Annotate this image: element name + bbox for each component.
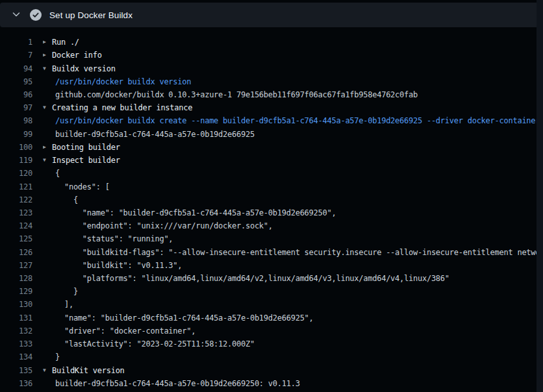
group-collapse-icon[interactable]: ▼	[43, 105, 52, 110]
log-text: Inspect builder	[52, 156, 120, 165]
log-line[interactable]: 97 ▼ Creating a new builder instance	[0, 101, 543, 114]
group-collapse-icon[interactable]: ▼	[43, 66, 52, 71]
log-container: 1 ▶ Run ./ 7 ▶ Docker info 94 ▼ Buildx v…	[0, 27, 543, 390]
log-text: BuildKit version	[52, 366, 125, 375]
line-number[interactable]: 98	[0, 116, 32, 125]
log-text: {	[55, 169, 60, 178]
line-number[interactable]: 95	[0, 77, 32, 86]
scrollbar-track[interactable]	[537, 0, 543, 392]
log-line: 127 "buildkit": "v0.11.3",	[0, 259, 543, 272]
collapse-step-button[interactable]	[8, 6, 25, 23]
log-line: 123 "name": "builder-d9cfb5a1-c764-445a-…	[0, 206, 543, 219]
log-line: 130 ],	[0, 298, 543, 311]
log-text: "status": "running",	[55, 234, 173, 243]
log-text: /usr/bin/docker buildx create --name bui…	[55, 116, 540, 125]
line-number[interactable]: 120	[0, 169, 32, 178]
log-line[interactable]: 1 ▶ Run ./	[0, 36, 543, 49]
log-text: "buildkitd-flags": "--allow-insecure-ent…	[55, 248, 543, 257]
log-text: Docker info	[52, 51, 102, 60]
log-text: "name": "builder-d9cfb5a1-c764-445a-a57e…	[55, 313, 314, 323]
log-text: Creating a new builder instance	[52, 103, 192, 112]
log-text: Buildx version	[52, 64, 116, 73]
line-number[interactable]: 99	[0, 130, 32, 139]
line-number[interactable]: 7	[0, 51, 32, 60]
log-line: 122 {	[0, 193, 543, 206]
log-text: ],	[55, 300, 73, 309]
line-number[interactable]: 96	[0, 90, 32, 99]
group-collapse-icon[interactable]: ▼	[43, 368, 52, 373]
log-line: 98 /usr/bin/docker buildx create --name …	[0, 114, 543, 127]
log-line: 125 "status": "running",	[0, 232, 543, 245]
log-text: Run ./	[52, 38, 79, 47]
step-header[interactable]: Set up Docker Buildx	[0, 3, 543, 27]
line-number[interactable]: 130	[0, 300, 32, 309]
line-number[interactable]: 136	[0, 379, 32, 388]
line-number[interactable]: 133	[0, 339, 32, 349]
line-number[interactable]: 131	[0, 313, 32, 323]
log-line: 124 "endpoint": "unix:///var/run/docker.…	[0, 219, 543, 232]
log-line: 96 github.com/docker/buildx 0.10.3+azure…	[0, 88, 543, 101]
log-line: 99 builder-d9cfb5a1-c764-445a-a57e-0b19d…	[0, 128, 543, 141]
log-line: 132 "driver": "docker-container",	[0, 325, 543, 337]
log-text: "nodes": [	[55, 182, 110, 191]
line-number[interactable]: 100	[0, 143, 32, 152]
group-collapse-icon[interactable]: ▼	[43, 158, 52, 163]
log-line[interactable]: 100 ▶ Booting builder	[0, 141, 543, 154]
line-number[interactable]: 127	[0, 261, 32, 270]
log-text: {	[55, 195, 78, 204]
log-text: "driver": "docker-container",	[55, 326, 196, 336]
line-number[interactable]: 94	[0, 64, 32, 73]
step-title: Set up Docker Buildx	[49, 10, 133, 20]
log-text: builder-d9cfb5a1-c764-445a-a57e-0b19d2e6…	[55, 379, 300, 388]
log-text: "platforms": "linux/amd64,linux/amd64/v2…	[55, 274, 449, 283]
log-text: }	[55, 287, 78, 296]
log-line: 126 "buildkitd-flags": "--allow-insecure…	[0, 246, 543, 259]
group-expand-icon[interactable]: ▶	[43, 53, 52, 58]
line-number[interactable]: 119	[0, 156, 32, 165]
log-line[interactable]: 7 ▶ Docker info	[0, 49, 543, 62]
log-line[interactable]: 135 ▼ BuildKit version	[0, 363, 543, 376]
log-text: "endpoint": "unix:///var/run/docker.sock…	[55, 221, 273, 230]
line-number[interactable]: 121	[0, 182, 32, 191]
log-text: Booting builder	[52, 143, 120, 152]
group-expand-icon[interactable]: ▶	[43, 145, 52, 150]
log-line[interactable]: 94 ▼ Buildx version	[0, 62, 543, 75]
step-success-check-icon	[30, 9, 42, 21]
log-text: /usr/bin/docker buildx version	[55, 77, 191, 86]
log-line: 95 /usr/bin/docker buildx version	[0, 75, 543, 88]
log-line: 134 }	[0, 350, 543, 363]
group-expand-icon[interactable]: ▶	[43, 40, 52, 45]
line-number[interactable]: 122	[0, 195, 32, 204]
log-line: 121 "nodes": [	[0, 180, 543, 193]
log-text: builder-d9cfb5a1-c764-445a-a57e-0b19d2e6…	[55, 130, 255, 139]
line-number[interactable]: 125	[0, 234, 32, 243]
log-line: 136 builder-d9cfb5a1-c764-445a-a57e-0b19…	[0, 377, 543, 390]
line-number[interactable]: 135	[0, 366, 32, 375]
log-line: 128 "platforms": "linux/amd64,linux/amd6…	[0, 272, 543, 285]
line-number[interactable]: 132	[0, 326, 32, 336]
line-number[interactable]: 129	[0, 287, 32, 296]
log-text: "name": "builder-d9cfb5a1-c764-445a-a57e…	[55, 208, 336, 217]
chevron-down-icon	[12, 10, 21, 21]
log-line: 133 "lastActivity": "2023-02-25T11:58:12…	[0, 337, 543, 350]
line-number[interactable]: 123	[0, 208, 32, 217]
log-line: 131 "name": "builder-d9cfb5a1-c764-445a-…	[0, 312, 543, 325]
line-number[interactable]: 1	[0, 38, 32, 47]
log-line: 120 {	[0, 167, 543, 180]
log-line: 129 }	[0, 285, 543, 298]
line-number[interactable]: 97	[0, 103, 32, 112]
line-number[interactable]: 124	[0, 221, 32, 230]
log-line[interactable]: 119 ▼ Inspect builder	[0, 154, 543, 167]
line-number[interactable]: 134	[0, 352, 32, 361]
line-number[interactable]: 126	[0, 248, 32, 257]
log-text: }	[55, 352, 60, 361]
log-text: "lastActivity": "2023-02-25T11:58:12.000…	[55, 339, 255, 349]
log-text: github.com/docker/buildx 0.10.3+azure-1 …	[55, 90, 418, 99]
log-text: "buildkit": "v0.11.3",	[55, 261, 182, 270]
line-number[interactable]: 128	[0, 274, 32, 283]
